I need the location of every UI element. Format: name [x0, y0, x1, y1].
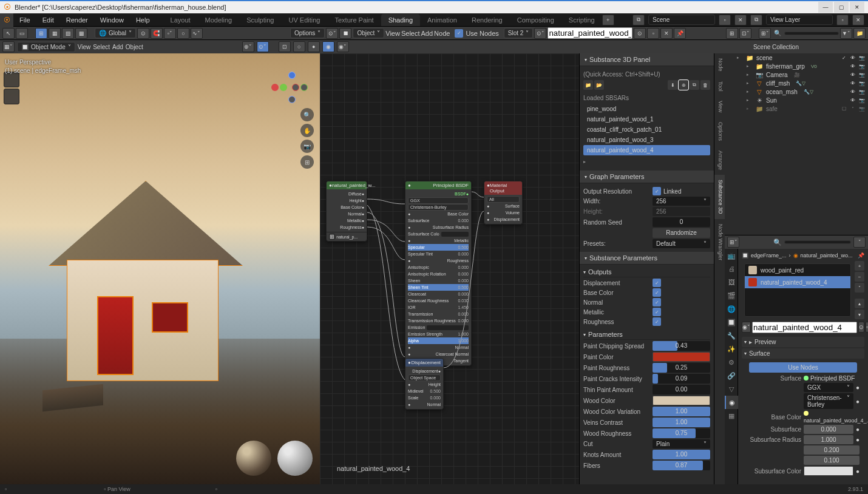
- prop-tab-modifier[interactable]: 🔧: [725, 329, 738, 342]
- side-tab-options[interactable]: Options: [714, 117, 725, 146]
- slot-dropdown[interactable]: Slot 2 ˅: [504, 28, 534, 38]
- outliner-display-icon[interactable]: ⊞˅: [759, 28, 771, 39]
- mat-pin-icon[interactable]: ⊙: [634, 28, 646, 39]
- tab-rendering[interactable]: Rendering: [464, 14, 510, 26]
- menu-window[interactable]: Window: [94, 16, 130, 24]
- snap-vertex-icon[interactable]: ▦: [49, 28, 61, 39]
- pivot-icon[interactable]: ⊙: [137, 28, 149, 39]
- viewport-3d[interactable]: User Perspective (1) scene | edgeFrame_m…: [0, 53, 320, 484]
- camera-icon[interactable]: 📷: [300, 140, 314, 153]
- mat-add-icon[interactable]: +: [855, 261, 864, 271]
- param-slider[interactable]: 1.00: [653, 407, 710, 416]
- prop-tab-render[interactable]: 📺: [725, 249, 738, 262]
- menu-help[interactable]: Help: [130, 16, 156, 24]
- param-slider[interactable]: 1.00: [653, 450, 710, 459]
- side-tab-tool[interactable]: Tool: [714, 76, 725, 96]
- node-bsdf[interactable]: ●Principled BSDF BSDF ● GGX Christensen-…: [405, 181, 472, 366]
- node-displacement[interactable]: ●Displacement Displacement ● Object Spac…: [405, 358, 444, 410]
- img-browse-icon[interactable]: ⊞: [329, 234, 335, 240]
- mat-up-icon[interactable]: ▴: [855, 299, 864, 308]
- material-name-input[interactable]: [548, 27, 632, 39]
- cursor-icon[interactable]: ↖: [2, 28, 15, 39]
- prop-tab-physics[interactable]: ⚙: [725, 356, 738, 369]
- snap-face-icon[interactable]: ▩: [75, 28, 87, 39]
- param-color[interactable]: [653, 352, 710, 362]
- use-nodes-button[interactable]: Use Nodes: [749, 362, 857, 373]
- sbsar-item[interactable]: pine_wood: [583, 104, 710, 114]
- param-slider[interactable]: 0.09: [653, 374, 710, 384]
- preset-dropdown[interactable]: Default˅: [653, 239, 710, 248]
- prop-tab-texture[interactable]: ▦: [725, 409, 738, 422]
- randomize-button[interactable]: Randomize: [653, 228, 710, 238]
- dist-dropdown[interactable]: GGX˅: [804, 383, 853, 392]
- mat-browse-icon[interactable]: ⊙˅: [534, 28, 546, 39]
- param-slider[interactable]: 0.43: [653, 341, 710, 351]
- outliner-item[interactable]: fisherman_grp: [766, 63, 805, 70]
- outliner-item[interactable]: safe: [766, 106, 778, 112]
- options-dropdown[interactable]: Options ˅: [290, 28, 325, 38]
- sbsar-item[interactable]: natural_painted_wood_4: [583, 145, 710, 155]
- editor-type-icon[interactable]: ▦˅: [2, 41, 15, 52]
- prop-tab-scene[interactable]: 🎬: [725, 289, 738, 302]
- use-nodes-checkbox[interactable]: ✓Use Nodes: [455, 29, 498, 38]
- maximize-button[interactable]: ▢: [834, 2, 849, 13]
- node-editor[interactable]: natural_painted_wood_4 ●natural_painted_…: [320, 53, 579, 484]
- param-slider[interactable]: 0.00: [653, 385, 710, 394]
- node-view[interactable]: View: [385, 30, 400, 37]
- tab-uv-editing[interactable]: UV Editing: [281, 14, 327, 26]
- ortho-icon[interactable]: ⊞: [300, 155, 314, 169]
- sbsar-item[interactable]: natural_painted_wood_1: [583, 114, 710, 124]
- outliner-item[interactable]: scene: [756, 55, 773, 61]
- width-dropdown[interactable]: 256˅: [653, 197, 710, 206]
- vp-select[interactable]: Select: [93, 44, 110, 50]
- snap-edge-icon[interactable]: ▨: [62, 28, 74, 39]
- tool-cursor[interactable]: [4, 89, 19, 104]
- outliner-new-coll-icon[interactable]: 📁: [853, 28, 866, 39]
- orientation-dropdown[interactable]: 🌐 Global ˅: [95, 28, 136, 38]
- menu-edit[interactable]: Edit: [36, 16, 60, 24]
- node-add[interactable]: Add: [421, 30, 433, 37]
- xray-icon[interactable]: ⊡: [279, 41, 291, 52]
- seed-field[interactable]: 0: [653, 217, 710, 227]
- node-select[interactable]: Select: [401, 30, 420, 37]
- sbsar-reload-icon[interactable]: 📂: [594, 80, 604, 90]
- mode-dropdown[interactable]: 🔲 Object Mode ˅: [17, 42, 75, 52]
- mat-link-icon[interactable]: ◉˅: [742, 322, 751, 333]
- falloff-icon[interactable]: ∿˅: [191, 28, 203, 39]
- snap-grid-icon[interactable]: ⊞: [35, 28, 47, 39]
- proportional-icon[interactable]: ○: [177, 28, 189, 39]
- subsurf-dropdown[interactable]: Christensen-Burley˅: [804, 393, 853, 409]
- layer-browse-icon[interactable]: ⧉: [750, 15, 762, 25]
- add-workspace-button[interactable]: +: [602, 15, 614, 25]
- output-checkbox[interactable]: ✓: [653, 308, 661, 316]
- prop-tab-object[interactable]: 🔲: [725, 316, 738, 329]
- tab-shading[interactable]: Shading: [381, 14, 420, 26]
- params-title[interactable]: Parameters: [583, 330, 710, 340]
- close-button[interactable]: ✕: [850, 2, 864, 13]
- side-tab-node-wrangler[interactable]: Node Wrangler: [714, 219, 725, 265]
- render-icon[interactable]: ◉˅: [337, 41, 349, 52]
- shader-type-icon[interactable]: 🔲: [339, 28, 351, 39]
- object-data-dropdown[interactable]: Object ˅: [353, 28, 384, 38]
- param-dropdown[interactable]: Plain˅: [653, 439, 710, 448]
- side-tab-arrange[interactable]: Arrange: [714, 146, 725, 175]
- substance-panel-title[interactable]: Substance 3D Panel: [580, 53, 714, 66]
- surface-section[interactable]: Surface: [742, 348, 864, 359]
- prop-tab-particle[interactable]: ✨: [725, 342, 738, 356]
- prop-editor-icon[interactable]: ⊞˅: [727, 237, 739, 248]
- snap-to-icon[interactable]: ▫˅: [164, 28, 176, 39]
- solid-icon[interactable]: ●: [308, 41, 320, 52]
- mat-del-icon[interactable]: ✕: [660, 28, 673, 39]
- vp-gizmo-icon[interactable]: ⊕˅: [242, 41, 254, 52]
- sbsar-duplicate-icon[interactable]: ⧉: [690, 80, 699, 90]
- vp-object[interactable]: Object: [126, 44, 143, 50]
- sbsar-download-icon[interactable]: ⬇: [668, 80, 677, 90]
- zoom-icon[interactable]: 🔍: [300, 108, 314, 121]
- minimize-button[interactable]: —: [818, 2, 833, 13]
- graph-params-title[interactable]: Graph Parameters: [580, 171, 714, 183]
- subsurface-color[interactable]: [804, 466, 853, 476]
- mat-new-icon[interactable]: ▫: [647, 28, 659, 39]
- outputs-title[interactable]: Outputs: [583, 267, 710, 277]
- node-material-output[interactable]: ●Material Output All ● Surface ● Volume …: [484, 181, 523, 225]
- material-slot[interactable]: wood_paint_red: [745, 264, 850, 276]
